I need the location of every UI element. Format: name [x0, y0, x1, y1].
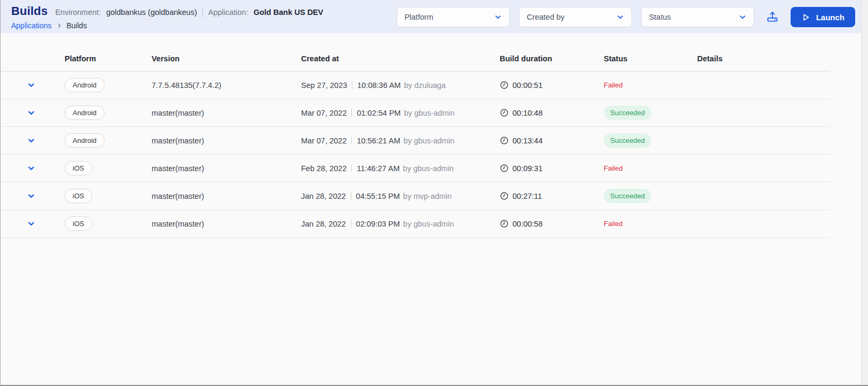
status-cell: Failed	[604, 164, 697, 172]
table-row: Android master(master) Mar 07, 2022 01:0…	[1, 99, 831, 127]
date-time-divider	[352, 81, 352, 89]
platform-badge: Android	[65, 133, 105, 148]
status-cell: Succeeded	[604, 189, 697, 203]
created-by: by gbus-admin	[404, 136, 454, 145]
created-by: by gbus-admin	[404, 109, 455, 117]
clock-icon	[500, 219, 509, 228]
created-time: 02:09:03 PM	[356, 220, 400, 228]
status-badge: Failed	[604, 81, 622, 89]
build-duration-cell: 00:13:44	[500, 136, 604, 145]
duration-text: 00:27:11	[512, 192, 542, 200]
details-column-header: Details	[697, 54, 831, 63]
duration-text: 00:00:51	[512, 81, 542, 90]
platform-cell: iOS	[65, 189, 152, 203]
version-column-header: Version	[152, 54, 301, 63]
breadcrumb-current: Builds	[67, 21, 87, 30]
chevron-down-icon	[739, 13, 746, 21]
application-label: Application:	[208, 8, 248, 17]
build-duration-cell: 00:10:48	[500, 108, 604, 117]
table-body: Android 7.7.5.48135(7.7.4.2) Sep 27, 202…	[1, 71, 831, 238]
created-time: 10:08:36 AM	[357, 81, 400, 90]
topbar: Builds Environment: goldbankus (goldbank…	[1, 0, 868, 33]
expand-cell	[17, 164, 65, 172]
date-time-divider	[351, 164, 352, 172]
duration-text: 00:10:48	[512, 109, 542, 117]
status-badge: Succeeded	[604, 189, 651, 203]
chevron-down-icon[interactable]	[27, 136, 35, 144]
status-cell: Failed	[604, 220, 697, 228]
status-badge: Succeeded	[604, 133, 651, 148]
date-time-divider	[351, 109, 352, 117]
created-at-cell: Sep 27, 2023 10:08:36 AM by dzuluaga	[301, 81, 500, 90]
launch-button-label: Launch	[816, 13, 845, 22]
created-date: Mar 07, 2022	[301, 136, 346, 145]
build-duration-column-header: Build duration	[500, 54, 604, 63]
status-filter-dropdown[interactable]: Status	[641, 7, 754, 27]
build-duration-cell: 00:00:58	[500, 219, 604, 228]
date-time-divider	[351, 136, 352, 144]
platform-badge: iOS	[65, 189, 92, 203]
clock-icon	[500, 108, 509, 117]
clock-icon	[500, 136, 509, 145]
created-time: 01:02:54 PM	[357, 109, 400, 117]
launch-button[interactable]: Launch	[791, 7, 855, 27]
expand-cell	[17, 220, 65, 228]
chevron-down-icon[interactable]	[27, 220, 35, 228]
created-at-cell: Mar 07, 2022 01:02:54 PM by gbus-admin	[301, 109, 500, 117]
created-by-filter-dropdown[interactable]: Created by	[519, 7, 632, 27]
breadcrumb: Applications Builds	[11, 21, 323, 30]
status-badge: Succeeded	[604, 106, 651, 120]
builds-page: Builds Environment: goldbankus (goldbank…	[0, 0, 868, 386]
expand-cell	[17, 81, 65, 89]
clock-icon	[500, 164, 509, 173]
title-row: Builds Environment: goldbankus (goldbank…	[11, 4, 323, 18]
platform-badge: iOS	[65, 216, 92, 231]
version-cell: master(master)	[152, 220, 301, 228]
chevron-down-icon	[494, 13, 502, 21]
table-row: Android master(master) Mar 07, 2022 10:5…	[1, 127, 831, 155]
created-time: 11:46:27 AM	[357, 164, 399, 173]
duration-text: 00:09:31	[512, 164, 542, 173]
platform-filter-dropdown[interactable]: Platform	[397, 7, 510, 27]
version-cell: master(master)	[152, 192, 301, 200]
duration-text: 00:00:58	[512, 220, 542, 228]
meta-divider	[202, 7, 203, 18]
application-value: Gold Bank US DEV	[254, 8, 323, 17]
status-cell: Succeeded	[604, 133, 697, 148]
build-duration-cell: 00:27:11	[500, 191, 604, 200]
created-date: Mar 07, 2022	[301, 109, 346, 117]
chevron-down-icon[interactable]	[27, 192, 35, 200]
table-row: iOS master(master) Feb 28, 2022 11:46:27…	[1, 155, 831, 182]
breadcrumb-applications-link[interactable]: Applications	[11, 21, 52, 30]
status-filter-label: Status	[649, 13, 671, 21]
expand-cell	[17, 192, 65, 200]
clock-icon	[500, 191, 509, 200]
created-by: by gbus-admin	[403, 220, 454, 228]
platform-badge: iOS	[65, 161, 92, 175]
date-time-divider	[351, 220, 351, 228]
created-time: 04:55:15 PM	[356, 192, 400, 200]
scrollbar-track[interactable]	[861, 0, 868, 385]
environment-value: goldbankus (goldbankeus)	[106, 8, 197, 17]
platform-badge: Android	[65, 78, 105, 92]
chevron-down-icon	[617, 13, 624, 21]
chevron-down-icon[interactable]	[27, 109, 35, 117]
created-by: by dzuluaga	[404, 81, 446, 90]
created-date: Jan 28, 2022	[301, 220, 346, 228]
chevron-down-icon[interactable]	[27, 164, 35, 172]
expand-cell	[17, 109, 65, 117]
upload-button[interactable]	[766, 10, 779, 25]
status-badge: Failed	[604, 164, 622, 172]
table-row: iOS master(master) Jan 28, 2022 02:09:03…	[1, 210, 831, 238]
created-date: Sep 27, 2023	[301, 81, 347, 90]
created-at-cell: Jan 28, 2022 02:09:03 PM by gbus-admin	[301, 220, 500, 228]
chevron-down-icon[interactable]	[27, 81, 35, 89]
created-by: by gbus-admin	[403, 164, 454, 173]
version-cell: master(master)	[152, 136, 301, 145]
created-by: by mvp-admin	[403, 192, 452, 200]
builds-table: Platform Version Created at Build durati…	[1, 46, 831, 238]
environment-info: Environment: goldbankus (goldbankeus) Ap…	[55, 7, 323, 18]
created-at-cell: Jan 28, 2022 04:55:15 PM by mvp-admin	[301, 192, 500, 200]
platform-column-header: Platform	[65, 54, 152, 63]
created-by-filter-label: Created by	[527, 13, 565, 21]
